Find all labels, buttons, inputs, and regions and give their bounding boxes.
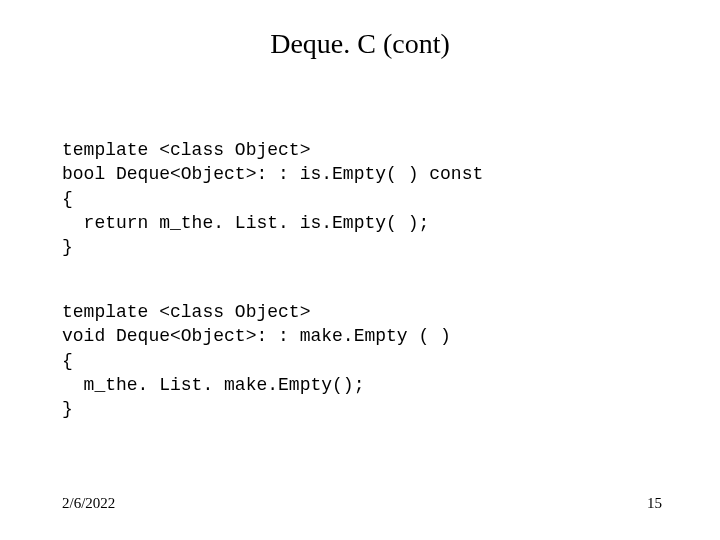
- slide: Deque. C (cont) template <class Object> …: [0, 0, 720, 540]
- footer-page-number: 15: [647, 495, 662, 512]
- slide-title: Deque. C (cont): [0, 28, 720, 60]
- code-block-isempty: template <class Object> bool Deque<Objec…: [62, 138, 483, 259]
- footer-date: 2/6/2022: [62, 495, 115, 512]
- code-block-makeempty: template <class Object> void Deque<Objec…: [62, 300, 451, 421]
